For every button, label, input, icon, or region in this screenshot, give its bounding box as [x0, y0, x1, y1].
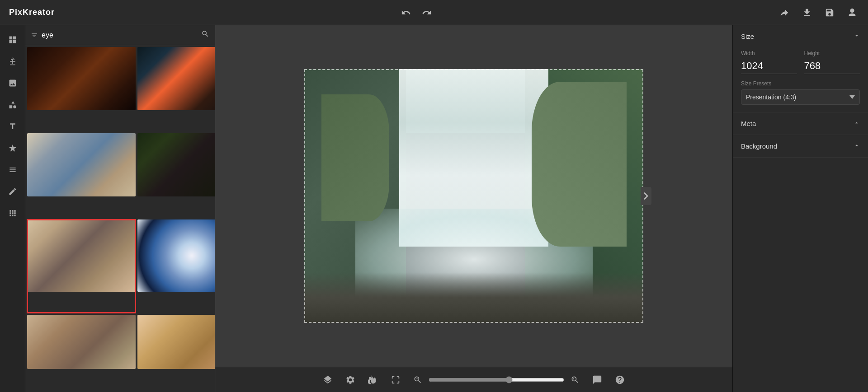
main-layout: Size Width Height — [0, 25, 868, 392]
text-icon — [8, 122, 17, 131]
chat-button[interactable] — [590, 372, 605, 387]
user-button[interactable] — [845, 6, 859, 19]
draw-icon — [8, 187, 17, 196]
sidebar-upload-btn[interactable] — [4, 52, 22, 70]
image-thumb-6[interactable] — [137, 219, 215, 313]
redo-button[interactable] — [420, 6, 434, 19]
redo-icon — [422, 8, 432, 18]
search-input[interactable] — [42, 31, 198, 39]
sidebar-effects-btn[interactable] — [4, 139, 22, 157]
size-presets-row: Size Presets Presentation (4:3) — [741, 80, 860, 105]
chevron-right-icon — [643, 192, 649, 200]
frame-icon — [391, 375, 401, 385]
image-grid — [25, 45, 215, 392]
hand-tool-button[interactable] — [365, 372, 381, 387]
size-fields: Width Height — [741, 50, 860, 74]
width-input[interactable] — [741, 58, 797, 74]
undo-button[interactable] — [399, 6, 413, 19]
sidebar-images-btn[interactable] — [4, 74, 22, 92]
sidebar-apps-btn[interactable] — [4, 204, 22, 222]
layers-icon — [323, 375, 333, 385]
size-section-title: Size — [741, 33, 754, 40]
background-section-header[interactable]: Background — [733, 135, 868, 157]
zoom-controls — [410, 373, 582, 387]
size-section-body: Width Height Size Presets Presentation (… — [733, 47, 868, 112]
search-button[interactable] — [201, 30, 209, 40]
meta-chevron-icon — [854, 120, 860, 127]
dashboard-icon — [8, 35, 17, 44]
app-logo: PixKreator — [9, 8, 55, 17]
search-icon — [201, 30, 209, 38]
help-icon — [615, 375, 625, 385]
save-button[interactable] — [823, 6, 836, 19]
zoom-out-button[interactable] — [410, 373, 425, 387]
images-icon — [8, 79, 17, 88]
list-icon — [31, 32, 38, 39]
hand-icon — [368, 375, 378, 385]
size-chevron-icon — [854, 33, 860, 40]
image-thumb-8[interactable] — [137, 315, 215, 390]
size-presets-select[interactable]: Presentation (4:3) — [741, 89, 860, 105]
meta-section-title: Meta — [741, 120, 756, 127]
topbar-right — [778, 6, 859, 19]
image-thumb-3[interactable] — [27, 133, 136, 218]
image-thumb-5[interactable] — [27, 219, 136, 313]
sidebar-text-btn[interactable] — [4, 117, 22, 135]
settings-button[interactable] — [343, 372, 358, 387]
background-chevron-icon — [854, 142, 860, 150]
background-section: Background — [733, 135, 868, 158]
right-panel: Size Width Height — [732, 25, 868, 392]
height-label: Height — [804, 50, 860, 56]
upload-icon — [8, 57, 17, 66]
width-field-group: Width — [741, 50, 797, 74]
undo-icon — [401, 8, 411, 18]
zoom-in-button[interactable] — [568, 373, 582, 387]
panel-toggle-button[interactable] — [641, 187, 651, 205]
canvas-area — [215, 25, 732, 392]
size-section-header[interactable]: Size — [733, 25, 868, 47]
canvas-content — [215, 25, 732, 367]
zoom-slider[interactable] — [429, 376, 564, 383]
export-icon — [8, 165, 17, 174]
settings-icon — [345, 375, 355, 385]
shapes-icon — [8, 100, 17, 109]
apps-icon — [8, 209, 17, 218]
size-presets-label: Size Presets — [741, 80, 860, 87]
meta-section-header[interactable]: Meta — [733, 112, 868, 135]
width-label: Width — [741, 50, 797, 56]
share-icon — [779, 8, 789, 18]
share-button[interactable] — [778, 6, 791, 19]
left-panel — [25, 25, 215, 392]
image-thumb-7[interactable] — [27, 315, 136, 390]
help-button[interactable] — [612, 372, 627, 387]
chat-icon — [592, 375, 602, 385]
canvas-image-wrapper — [304, 69, 643, 323]
canvas-image — [304, 69, 643, 323]
search-bar — [25, 25, 215, 45]
download-button[interactable] — [800, 6, 814, 19]
sidebar-draw-btn[interactable] — [4, 182, 22, 201]
sidebar-export-btn[interactable] — [4, 161, 22, 179]
left-sidebar — [0, 25, 25, 392]
layers-button[interactable] — [320, 372, 335, 387]
height-field-group: Height — [804, 50, 860, 74]
effects-icon — [8, 144, 17, 153]
height-input[interactable] — [804, 58, 860, 74]
frame-button[interactable] — [388, 372, 403, 387]
image-thumb-2[interactable] — [137, 47, 215, 131]
user-icon — [847, 8, 857, 18]
zoom-in-icon — [571, 375, 580, 384]
save-icon — [825, 8, 835, 18]
topbar-center — [399, 6, 434, 19]
meta-section: Meta — [733, 112, 868, 135]
image-thumb-1[interactable] — [27, 47, 136, 131]
download-icon — [802, 8, 812, 18]
zoom-out-icon — [413, 375, 422, 384]
topbar: PixKreator — [0, 0, 868, 25]
image-thumb-4[interactable] — [137, 133, 215, 218]
sidebar-dashboard-btn[interactable] — [4, 31, 22, 49]
size-section: Size Width Height — [733, 25, 868, 112]
background-section-title: Background — [741, 142, 777, 150]
sidebar-shapes-btn[interactable] — [4, 96, 22, 114]
canvas-toolbar — [215, 367, 732, 392]
